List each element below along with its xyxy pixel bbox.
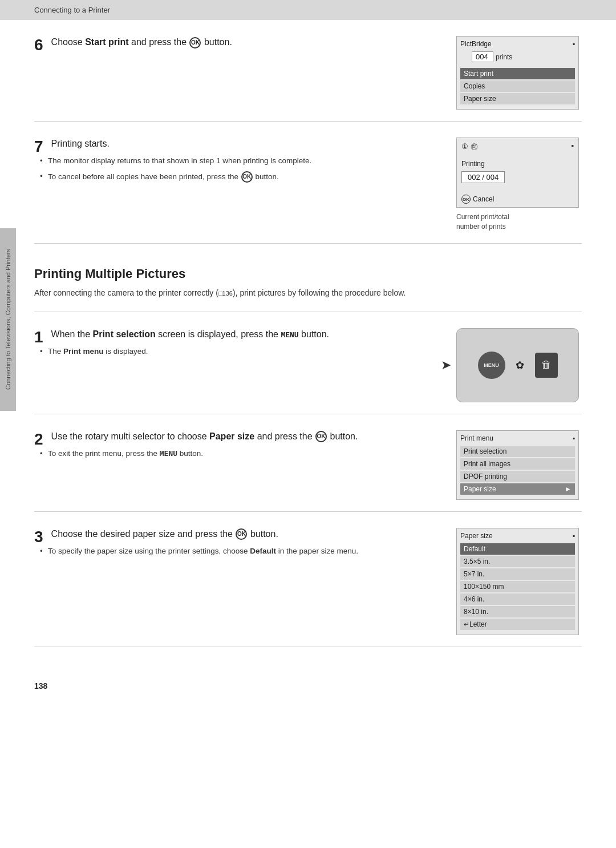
lcd-step3-title: Paper size — [460, 532, 493, 540]
section-heading: Printing Multiple Pictures — [34, 263, 582, 281]
lcd-step2-battery: ▪ — [573, 434, 575, 442]
lcd-step6-item-1: Copies — [460, 80, 575, 92]
step-m1-right: ➤ MENU ✿ 🗑 — [456, 328, 582, 402]
lcd-step6-prints-label: prints — [496, 53, 512, 61]
step-7-bullet-2: To cancel before all copies have been pr… — [40, 171, 439, 183]
lcd-step3-item-6: ↵Letter — [460, 619, 575, 630]
ok-icon-cancel: OK — [461, 195, 471, 204]
step-m2-number: 2 — [34, 431, 43, 447]
step-7-title: 7 Printing starts. — [34, 138, 439, 150]
section-heading-wrapper: Printing Multiple Pictures After connect… — [34, 244, 582, 312]
step-6-right: PictBridge ▪ 004 prints Start print Copi… — [456, 36, 582, 110]
section-intro: After connecting the camera to the print… — [34, 287, 582, 299]
lcd-step3-item-1: 3.5×5 in. — [460, 556, 575, 567]
step-7-section: 7 Printing starts. The monitor display r… — [34, 122, 582, 244]
lcd-step3: Paper size ▪ Default 3.5×5 in. 5×7 in. 1… — [456, 528, 579, 635]
lcd-step2: Print menu ▪ Print selection Print all i… — [456, 430, 579, 500]
step-m3-section: 3 Choose the desired paper size and pres… — [34, 512, 582, 647]
lcd-step6-title: PictBridge — [460, 40, 492, 48]
step-7-bullet-1: The monitor display returns to that show… — [40, 156, 439, 167]
step-m2-left: 2 Use the rotary multi selector to choos… — [34, 430, 439, 465]
lcd-step3-item-5: 8×10 in. — [460, 606, 575, 617]
step-7-number: 7 — [34, 139, 43, 155]
lcd-step6-prints-row: 004 prints — [472, 51, 575, 62]
cam-btn-trash: 🗑 — [535, 353, 558, 378]
cam-btn-menu: MENU — [478, 352, 505, 379]
lcd-step3-item-3: 100×150 mm — [460, 581, 575, 592]
lcd-step7: ① ㉄ ▪ Printing 002 / 004 OK Cancel — [456, 138, 579, 208]
header-title: Connecting to a Printer — [34, 6, 110, 14]
lcd-step3-battery: ▪ — [573, 532, 575, 540]
lcd-step3-titlebar: Paper size ▪ — [460, 532, 575, 540]
step-m2-title: 2 Use the rotary multi selector to choos… — [34, 430, 439, 443]
step-m2-bullet-1: To exit the print menu, press the MENU b… — [40, 449, 439, 459]
lcd-step7-counter: 002 / 004 — [461, 171, 505, 183]
step-m3-title: 3 Choose the desired paper size and pres… — [34, 528, 439, 540]
step-6-left: 6 Choose Start print and press the OK bu… — [34, 36, 439, 54]
camera-arrow: ➤ — [441, 358, 451, 373]
menu-bold-step2: MENU — [160, 450, 177, 458]
step-m1-bullet-1: The Print menu is displayed. — [40, 346, 439, 357]
camera-buttons-step1: ➤ MENU ✿ 🗑 — [456, 328, 579, 402]
lcd-step3-item-4: 4×6 in. — [460, 593, 575, 605]
lcd-step7-cancel-row: OK Cancel — [461, 195, 574, 204]
step-6-title: 6 Choose Start print and press the OK bu… — [34, 36, 439, 49]
step-m1-left: 1 When the Print selection screen is dis… — [34, 328, 439, 362]
section-intro-ref: □136 — [218, 290, 233, 297]
lcd-step7-battery: ▪ — [571, 142, 574, 152]
lcd-step7-printing-label: Printing — [461, 160, 574, 168]
lcd-step2-titlebar: Print menu ▪ — [460, 434, 575, 442]
step-7-bullets: The monitor display returns to that show… — [34, 156, 439, 183]
step-m1-bullets: The Print menu is displayed. — [34, 346, 439, 357]
step-6-number: 6 — [34, 37, 43, 53]
lcd-step6-battery: ▪ — [573, 40, 575, 48]
lcd-step2-item-1: Print all images — [460, 458, 575, 470]
ok-icon-step7: OK — [241, 171, 253, 183]
lcd-step6-item-0: Start print — [460, 68, 575, 79]
lcd-step6-menu: Start print Copies Paper size — [460, 68, 575, 104]
lcd-step2-item-0: Print selection — [460, 446, 575, 457]
step-7-caption: Current print/total number of prints — [456, 212, 509, 232]
lcd-step2-title: Print menu — [460, 434, 493, 442]
ok-icon-step6: OK — [189, 37, 201, 49]
ok-icon-step2: OK — [315, 431, 327, 442]
lcd-step2-item-3: Paper size► — [460, 483, 575, 495]
lcd-step6-prints-value: 004 — [472, 51, 493, 62]
step-7-right: ① ㉄ ▪ Printing 002 / 004 OK Cancel Curre… — [456, 138, 582, 232]
camera-btn-row: MENU ✿ 🗑 — [478, 352, 558, 379]
step-m1-section: 1 When the Print selection screen is dis… — [34, 312, 582, 414]
lcd-step6: PictBridge ▪ 004 prints Start print Copi… — [456, 36, 579, 110]
step-m1-number: 1 — [34, 329, 43, 345]
step-m3-bullets: To specify the paper size using the prin… — [34, 546, 439, 557]
step-m3-left: 3 Choose the desired paper size and pres… — [34, 528, 439, 562]
step-m3-bullet-1: To specify the paper size using the prin… — [40, 546, 439, 557]
lcd-step7-topbar: ① ㉄ ▪ — [461, 142, 574, 152]
page-number: 138 — [0, 670, 616, 702]
step-7-left: 7 Printing starts. The monitor display r… — [34, 138, 439, 187]
step-m2-bullets: To exit the print menu, press the MENU b… — [34, 449, 439, 459]
lcd-step7-cancel-label: Cancel — [473, 195, 494, 203]
lcd-step6-titlebar: PictBridge ▪ — [460, 40, 575, 48]
lcd-step7-icons: ① ㉄ — [461, 142, 478, 152]
step-m2-section: 2 Use the rotary multi selector to choos… — [34, 414, 582, 512]
ok-icon-step3: OK — [236, 528, 247, 540]
lcd-step3-item-0: Default — [460, 543, 575, 555]
header-bar: Connecting to a Printer — [0, 0, 616, 20]
step-6-section: 6 Choose Start print and press the OK bu… — [34, 20, 582, 122]
step-m3-number: 3 — [34, 529, 43, 545]
lcd-step3-item-2: 5×7 in. — [460, 568, 575, 580]
menu-bold-step1: MENU — [281, 331, 298, 340]
lcd-step2-item-2: DPOF printing — [460, 471, 575, 482]
step-m2-right: Print menu ▪ Print selection Print all i… — [456, 430, 582, 500]
step-m3-right: Paper size ▪ Default 3.5×5 in. 5×7 in. 1… — [456, 528, 582, 635]
cam-btn-flower: ✿ — [512, 357, 528, 373]
lcd-step6-item-2: Paper size — [460, 93, 575, 104]
step-m1-title: 1 When the Print selection screen is dis… — [34, 328, 439, 341]
